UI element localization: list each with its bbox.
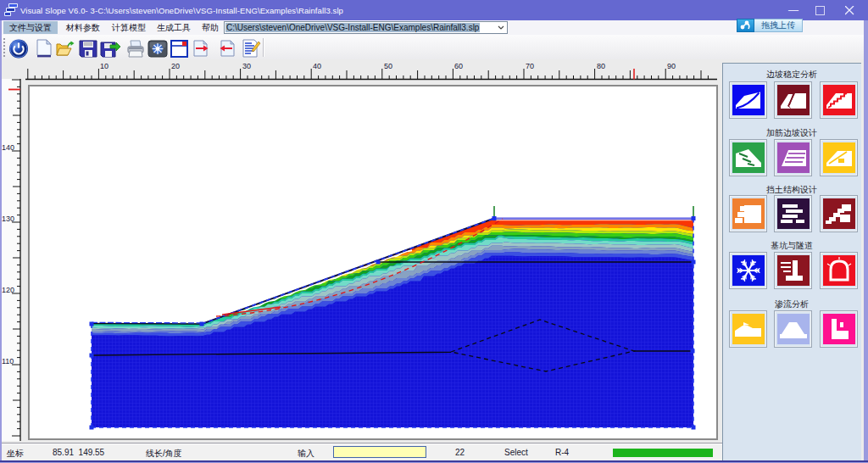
svg-text:140: 140 (2, 143, 14, 152)
svg-text:20: 20 (171, 62, 180, 70)
svg-text:120: 120 (2, 286, 14, 294)
svg-text:130: 130 (2, 215, 14, 223)
svg-text:50: 50 (384, 62, 392, 70)
svg-text:70: 70 (526, 62, 534, 70)
svg-text:110: 110 (2, 357, 14, 365)
svg-text:30: 30 (242, 62, 251, 70)
svg-text:40: 40 (313, 62, 321, 70)
svg-text:10: 10 (100, 62, 108, 70)
svg-text:90: 90 (667, 62, 676, 70)
svg-text:60: 60 (454, 62, 463, 70)
svg-text:80: 80 (597, 62, 605, 70)
